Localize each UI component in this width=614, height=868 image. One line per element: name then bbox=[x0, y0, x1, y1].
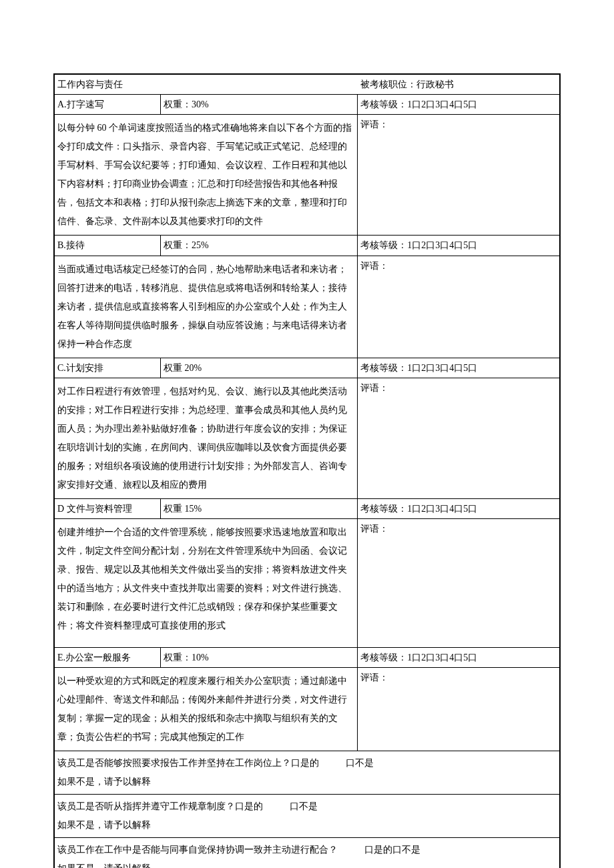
section-e-weight: 权重：10% bbox=[160, 647, 357, 667]
question-1-row: 该员工是否能够按照要求报告工作并坚持在工作岗位上？口是的口不是 如果不是，请予以… bbox=[55, 751, 560, 795]
question-3-text: 该员工作在工作中是否能与同事自觉保持协调一致并主动进行配合？ bbox=[57, 845, 338, 855]
section-a-code: A.打字速写 bbox=[55, 95, 161, 115]
question-2-row: 该员工是否听从指挥并遵守工作规章制度？口是的口不是 如果不是，请予以解释 bbox=[55, 795, 560, 838]
question-1-text: 该员工是否能够按照要求报告工作并坚持在工作岗位上？口是的 bbox=[57, 758, 319, 768]
section-c-body-row: 对工作日程进行有效管理，包括对约见、会议、施行以及其他此类活动的安排；对工作日程… bbox=[55, 378, 560, 498]
section-e-title-row: E.办公室一般服务 权重：10% 考核等级：1口2口3口4口5口 bbox=[55, 647, 560, 667]
section-e-desc: 以一种受欢迎的方式和既定的程度来履行相关办公室职责；通过邮递中心处理邮件、寄送文… bbox=[55, 668, 358, 751]
form-container: 工作内容与责任 被考核职位：行政秘书 A.打字速写 权重：30% 考核等级：1口… bbox=[53, 73, 561, 868]
section-d-title-row: D 文件与资料管理 权重 15% 考核等级：1口2口3口4口5口 bbox=[55, 498, 560, 518]
question-3-cell: 该员工作在工作中是否能与同事自觉保持协调一致并主动进行配合？口是的口不是 如果不… bbox=[55, 838, 560, 868]
section-b-title-row: B.接待 权重：25% 考核等级：1口2口3口4口5口 bbox=[55, 236, 560, 256]
section-e-grade[interactable]: 考核等级：1口2口3口4口5口 bbox=[358, 647, 560, 667]
question-2-follow: 如果不是，请予以解释 bbox=[57, 820, 151, 830]
question-2-no[interactable]: 口不是 bbox=[290, 801, 318, 811]
question-2-cell: 该员工是否听从指挥并遵守工作规章制度？口是的口不是 如果不是，请予以解释 bbox=[55, 795, 560, 838]
section-c-weight: 权重 20% bbox=[160, 358, 357, 378]
section-a-weight: 权重：30% bbox=[160, 95, 357, 115]
section-a-desc: 以每分钟 60 个单词速度按照适当的格式准确地将来自以下各个方面的指令打印成文件… bbox=[55, 115, 358, 236]
section-b-grade[interactable]: 考核等级：1口2口3口4口5口 bbox=[358, 236, 560, 256]
question-1-cell: 该员工是否能够按照要求报告工作并坚持在工作岗位上？口是的口不是 如果不是，请予以… bbox=[55, 751, 560, 795]
section-a-grade[interactable]: 考核等级：1口2口3口4口5口 bbox=[358, 95, 560, 115]
section-b-body-row: 当面或通过电话核定已经签订的合同，热心地帮助来电话者和来访者；回答打进来的电话，… bbox=[55, 256, 560, 358]
section-b-code: B.接待 bbox=[55, 236, 161, 256]
header-right: 被考核职位：行政秘书 bbox=[358, 75, 560, 95]
section-b-comment[interactable]: 评语： bbox=[358, 256, 560, 358]
section-c-comment[interactable]: 评语： bbox=[358, 378, 560, 498]
question-1-no[interactable]: 口不是 bbox=[346, 758, 374, 768]
section-e-comment[interactable]: 评语： bbox=[358, 668, 560, 751]
question-3-row: 该员工作在工作中是否能与同事自觉保持协调一致并主动进行配合？口是的口不是 如果不… bbox=[55, 838, 560, 868]
page: 工作内容与责任 被考核职位：行政秘书 A.打字速写 权重：30% 考核等级：1口… bbox=[0, 0, 614, 868]
evaluation-table: 工作内容与责任 被考核职位：行政秘书 A.打字速写 权重：30% 考核等级：1口… bbox=[54, 74, 560, 868]
question-3-yes[interactable]: 口是的 bbox=[364, 845, 392, 855]
section-d-grade[interactable]: 考核等级：1口2口3口4口5口 bbox=[358, 498, 560, 518]
section-c-desc: 对工作日程进行有效管理，包括对约见、会议、施行以及其他此类活动的安排；对工作日程… bbox=[55, 378, 358, 498]
section-b-weight: 权重：25% bbox=[160, 236, 357, 256]
section-d-weight: 权重 15% bbox=[160, 498, 357, 518]
section-a-body-row: 以每分钟 60 个单词速度按照适当的格式准确地将来自以下各个方面的指令打印成文件… bbox=[55, 115, 560, 236]
section-a-comment[interactable]: 评语： bbox=[358, 115, 560, 236]
section-c-grade[interactable]: 考核等级：1口2口3口4口5口 bbox=[358, 358, 560, 378]
question-1-follow: 如果不是，请予以解释 bbox=[57, 777, 151, 787]
section-a-title-row: A.打字速写 权重：30% 考核等级：1口2口3口4口5口 bbox=[55, 95, 560, 115]
section-d-code: D 文件与资料管理 bbox=[55, 498, 161, 518]
section-c-title-row: C.计划安排 权重 20% 考核等级：1口2口3口4口5口 bbox=[55, 358, 560, 378]
section-d-comment[interactable]: 评语： bbox=[358, 518, 560, 647]
section-d-body-row: 创建并维护一个合适的文件管理系统，能够按照要求迅速地放置和取出文件，制定文件空间… bbox=[55, 518, 560, 647]
section-e-body-row: 以一种受欢迎的方式和既定的程度来履行相关办公室职责；通过邮递中心处理邮件、寄送文… bbox=[55, 668, 560, 751]
question-3-follow: 如果不是，请予以解释 bbox=[57, 863, 151, 868]
header-left: 工作内容与责任 bbox=[55, 75, 358, 95]
section-d-desc: 创建并维护一个合适的文件管理系统，能够按照要求迅速地放置和取出文件，制定文件空间… bbox=[55, 518, 358, 647]
header-row: 工作内容与责任 被考核职位：行政秘书 bbox=[55, 75, 560, 95]
question-3-no[interactable]: 口不是 bbox=[392, 845, 420, 855]
section-e-code: E.办公室一般服务 bbox=[55, 647, 161, 667]
section-c-code: C.计划安排 bbox=[55, 358, 161, 378]
section-b-desc: 当面或通过电话核定已经签订的合同，热心地帮助来电话者和来访者；回答打进来的电话，… bbox=[55, 256, 358, 358]
question-2-text: 该员工是否听从指挥并遵守工作规章制度？口是的 bbox=[57, 801, 263, 811]
